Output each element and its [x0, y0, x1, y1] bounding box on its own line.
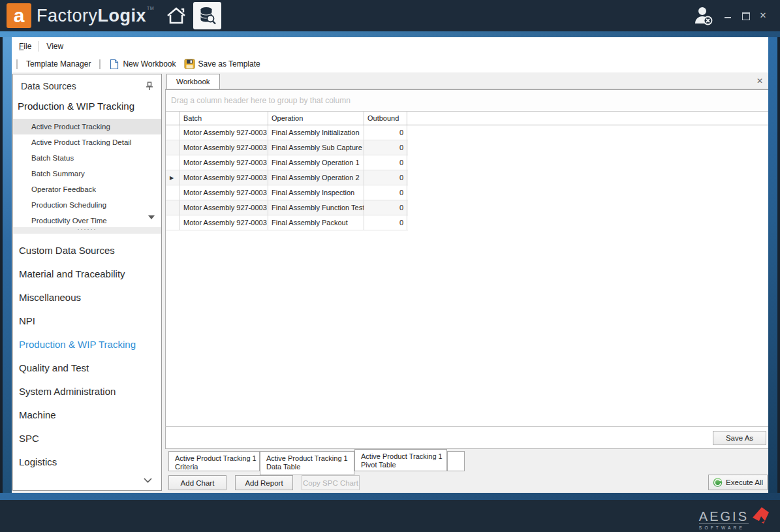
column-header-operation[interactable]: Operation	[268, 112, 364, 125]
cell-batch: Motor Assembly 927-0003	[180, 200, 268, 215]
column-header-outbound[interactable]: Outbound	[364, 112, 407, 125]
category-item[interactable]: System Administration	[13, 380, 161, 403]
row-indicator-cell	[166, 185, 180, 200]
pin-icon[interactable]	[146, 82, 153, 91]
aegis-flag-icon	[751, 505, 770, 526]
category-item[interactable]: Logistics	[13, 450, 161, 474]
tab-stub[interactable]	[447, 451, 465, 471]
panel-splitter[interactable]: ······	[13, 227, 161, 234]
cell-operation: Final Assembly Initialization	[268, 125, 364, 140]
table-row[interactable]: Motor Assembly 927-0003 Final Assembly O…	[166, 170, 408, 185]
cell-batch: Motor Assembly 927-0003	[180, 185, 268, 200]
column-header-batch[interactable]: Batch	[180, 112, 268, 125]
worksheet-tab[interactable]: Active Product Tracking 1 Data Table	[260, 451, 354, 475]
app-logo-letter: a	[14, 6, 25, 25]
sidebar-item[interactable]: Batch Status	[13, 150, 161, 166]
row-indicator-cell	[166, 200, 180, 215]
aegis-logo: AEGIS SOFTWARE	[699, 505, 770, 530]
home-icon[interactable]	[163, 3, 189, 29]
category-item[interactable]: NPI	[13, 309, 161, 333]
category-item[interactable]: Machine	[13, 403, 161, 427]
user-logout-icon[interactable]	[691, 4, 715, 27]
chevron-down-icon[interactable]	[144, 478, 152, 483]
data-sources-tool-icon[interactable]	[193, 2, 221, 29]
cell-batch: Motor Assembly 927-0003	[180, 155, 268, 170]
table-row[interactable]: Motor Assembly 927-0003 Final Assembly F…	[166, 200, 408, 215]
table-row[interactable]: Motor Assembly 927-0003 Final Assembly P…	[166, 215, 408, 230]
table-row[interactable]: Motor Assembly 927-0003 Final Assembly I…	[166, 125, 408, 140]
aegis-sub: SOFTWARE	[699, 525, 749, 530]
sidebar-group-title: Production & WIP Tracking	[18, 101, 134, 112]
grid-footer-band	[165, 409, 768, 427]
row-indicator-cell	[166, 140, 180, 155]
group-by-panel[interactable]: Drag a column header here to group by th…	[166, 90, 768, 112]
category-item[interactable]: Custom Data Sources	[13, 239, 161, 262]
minimize-button[interactable]	[724, 12, 732, 20]
cell-outbound: 0	[364, 140, 407, 155]
category-item[interactable]: Miscellaneous	[13, 286, 161, 309]
template-manager-button[interactable]: Template Manager	[22, 57, 95, 71]
category-item[interactable]: Material and Traceability	[13, 262, 161, 286]
save-as-button[interactable]: Save As	[713, 431, 766, 445]
data-sources-header: Data Sources	[13, 74, 161, 98]
table-row[interactable]: Motor Assembly 927-0003 Final Assembly O…	[166, 155, 408, 170]
toolbar-separator	[16, 59, 18, 69]
footer: AEGIS SOFTWARE	[0, 500, 780, 532]
new-file-icon	[109, 59, 119, 70]
sidebar-item[interactable]: Batch Summary	[13, 166, 161, 181]
sidebar-item[interactable]: Active Product Tracking	[13, 119, 161, 134]
window-frame-left	[0, 37, 12, 493]
window-frame-right	[768, 37, 780, 493]
worksheet-tab[interactable]: Active Product Tracking 1 Criteria	[168, 451, 260, 471]
table-row[interactable]: Motor Assembly 927-0003 Final Assembly S…	[166, 140, 408, 155]
table-row[interactable]: Motor Assembly 927-0003 Final Assembly I…	[166, 185, 408, 200]
action-button[interactable]: Copy SPC Chart	[302, 475, 360, 490]
new-workbook-button[interactable]: New Workbook	[105, 57, 179, 71]
cell-batch: Motor Assembly 927-0003	[180, 170, 268, 185]
action-button[interactable]: Add Chart	[168, 475, 226, 490]
toolbar: Template Manager New Workbook Save as Te…	[12, 55, 768, 72]
scroll-down-arrow-icon[interactable]	[148, 215, 155, 219]
cell-batch: Motor Assembly 927-0003	[180, 140, 268, 155]
cell-outbound: 0	[364, 170, 407, 185]
maximize-button[interactable]	[741, 12, 749, 20]
category-item[interactable]: SPC	[13, 427, 161, 450]
save-as-template-button[interactable]: Save as Template	[180, 57, 264, 71]
grid-header-row: Batch Operation Outbound	[166, 112, 768, 125]
cell-outbound: 0	[364, 185, 407, 200]
document-tabstrip: Workbook ✕	[165, 74, 768, 90]
cell-operation: Final Assembly Function Test	[268, 200, 364, 215]
action-buttons: Add Chart Add Report Copy SPC Chart	[168, 475, 360, 490]
menu-view[interactable]: View	[39, 42, 70, 51]
execute-all-button[interactable]: Execute All	[708, 475, 768, 490]
cell-batch: Motor Assembly 927-0003	[180, 215, 268, 230]
category-item[interactable]: Quality and Test	[13, 356, 161, 380]
cell-batch: Motor Assembly 927-0003	[180, 125, 268, 140]
sidebar-item[interactable]: Production Scheduling	[13, 197, 161, 213]
worksheet-tab[interactable]: Active Product Tracking 1 Pivot Table	[354, 449, 447, 471]
action-button[interactable]: Add Report	[235, 475, 293, 490]
content-area: File View Template Manager New Workbook	[12, 37, 768, 493]
menu-file[interactable]: File	[12, 42, 39, 51]
cell-outbound: 0	[364, 215, 407, 230]
row-indicator-cell	[166, 170, 180, 185]
tab-workbook[interactable]: Workbook	[166, 74, 220, 89]
category-item[interactable]: Production & WIP Tracking	[13, 333, 161, 356]
window-frame-top	[0, 31, 780, 37]
row-indicator-cell	[166, 155, 180, 170]
save-as-band: Save As	[165, 427, 768, 449]
data-sources-panel: Data Sources Production & WIP Tracking A…	[12, 74, 162, 491]
row-indicator-cell	[166, 215, 180, 230]
close-button[interactable]: ✕	[759, 12, 767, 20]
category-list: Custom Data Sources Material and Traceab…	[13, 239, 161, 474]
cell-operation: Final Assembly Operation 1	[268, 155, 364, 170]
data-source-list: Active Product Tracking Active Product T…	[13, 119, 161, 228]
cell-operation: Final Assembly Packout	[268, 215, 364, 230]
sidebar-item[interactable]: Active Product Tracking Detail	[13, 134, 161, 150]
window-controls: ✕	[724, 0, 767, 31]
cell-operation: Final Assembly Operation 2	[268, 170, 364, 185]
close-tab-icon[interactable]: ✕	[757, 76, 763, 86]
grid-rows: Motor Assembly 927-0003 Final Assembly I…	[166, 125, 408, 230]
app-logo: a	[7, 3, 31, 28]
sidebar-item[interactable]: Operator Feedback	[13, 181, 161, 197]
